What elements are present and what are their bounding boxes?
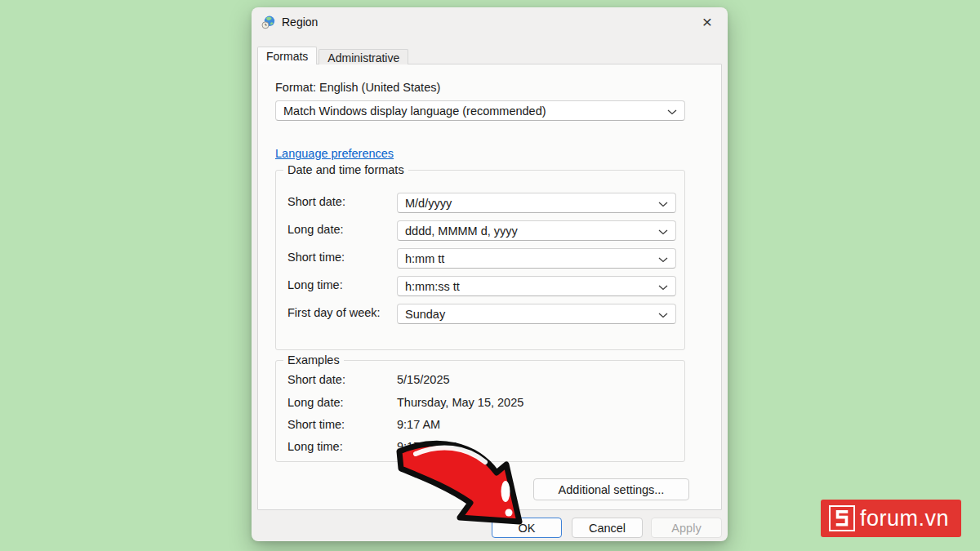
tab-formats[interactable]: Formats [257,47,317,64]
example-label: Short time: [287,418,345,431]
format-dropdown-value: Match Windows display language (recommen… [283,104,546,118]
titlebar: Region × [252,7,728,37]
format-dropdown[interactable]: Match Windows display language (recommen… [275,100,685,121]
chevron-down-icon [658,280,668,293]
example-label: Long date: [287,396,344,409]
first-day-value: Sunday [405,308,445,321]
short-time-value: h:mm tt [405,252,444,265]
first-day-dropdown[interactable]: Sunday [397,304,676,324]
format-label: Format: English (United States) [275,81,440,94]
region-dialog: Region × Formats Administrative Format: … [252,7,728,541]
long-date-label: Long date: [287,223,344,236]
additional-settings-button[interactable]: Additional settings... [533,478,689,500]
datetime-formats-group: Date and time formats Short date: M/d/yy… [275,170,685,350]
chevron-down-icon [667,104,677,118]
window-title: Region [282,16,318,29]
sforum-logo-icon [829,505,855,531]
examples-group-title: Examples [283,353,344,367]
apply-button[interactable]: Apply [651,518,722,538]
cancel-button[interactable]: Cancel [572,518,643,538]
example-long-date-row: Long date: Thursday, May 15, 2025 [276,396,684,412]
short-time-row: Short time: h:mm tt [276,248,684,269]
long-time-row: Long time: h:mm:ss tt [276,276,684,296]
chevron-down-icon [658,252,668,265]
short-date-dropdown[interactable]: M/d/yyyy [397,193,676,213]
tab-strip: Formats Administrative [257,47,408,64]
example-value: 5/15/2025 [397,373,450,386]
short-time-dropdown[interactable]: h:mm tt [397,248,676,269]
example-value: 9:17:00 AM [397,440,457,453]
watermark-text: forum.vn [860,506,949,531]
short-time-label: Short time: [287,251,345,264]
ok-button[interactable]: OK [492,518,562,538]
chevron-down-icon [658,224,668,238]
long-time-label: Long time: [287,278,343,291]
example-label: Short date: [287,373,345,386]
language-preferences-link[interactable]: Language preferences [275,147,394,160]
short-date-row: Short date: M/d/yyyy [276,193,684,213]
first-day-label: First day of week: [287,306,381,319]
close-icon[interactable]: × [692,9,723,35]
long-date-value: dddd, MMMM d, yyyy [405,224,518,238]
short-date-label: Short date: [287,195,345,208]
tab-administrative[interactable]: Administrative [318,49,408,64]
example-long-time-row: Long time: 9:17:00 AM [276,440,684,456]
sforum-watermark: forum.vn [821,500,961,537]
example-value: Thursday, May 15, 2025 [397,396,523,409]
first-day-row: First day of week: Sunday [276,304,684,324]
example-value: 9:17 AM [397,418,440,431]
example-short-date-row: Short date: 5/15/2025 [276,373,684,389]
region-globe-icon [261,16,275,29]
long-date-dropdown[interactable]: dddd, MMMM d, yyyy [397,220,676,241]
examples-group: Examples Short date: 5/15/2025 Long date… [275,360,685,462]
example-short-time-row: Short time: 9:17 AM [276,418,684,434]
long-time-value: h:mm:ss tt [405,280,460,293]
long-time-dropdown[interactable]: h:mm:ss tt [397,276,676,296]
formats-tab-page: Format: English (United States) Match Wi… [257,64,722,510]
chevron-down-icon [658,308,668,321]
long-date-row: Long date: dddd, MMMM d, yyyy [276,220,684,241]
example-label: Long time: [287,440,343,453]
chevron-down-icon [658,197,668,210]
datetime-group-title: Date and time formats [283,163,408,176]
short-date-value: M/d/yyyy [405,197,452,210]
